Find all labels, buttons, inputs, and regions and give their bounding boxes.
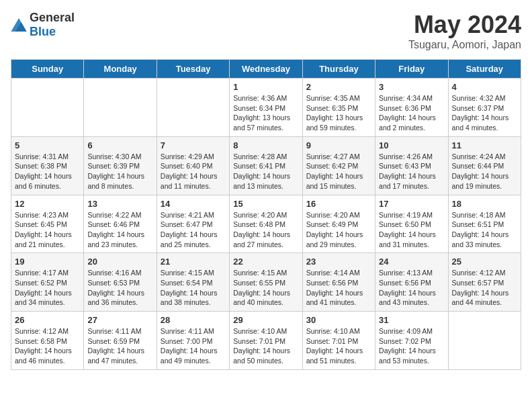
main-title: May 2024 [408, 11, 521, 39]
day-number: 25 [452, 257, 517, 267]
calendar-cell: 25Sunrise: 4:12 AMSunset: 6:57 PMDayligh… [448, 253, 521, 312]
day-number: 1 [233, 82, 298, 92]
calendar-cell [11, 79, 84, 137]
weekday-header-wednesday: Wednesday [230, 60, 302, 79]
day-info: Sunrise: 4:15 AMSunset: 6:55 PMDaylight:… [233, 268, 298, 308]
logo-wordmark: General Blue [30, 11, 75, 39]
calendar-cell: 4Sunrise: 4:32 AMSunset: 6:37 PMDaylight… [448, 79, 521, 137]
subtitle: Tsugaru, Aomori, Japan [408, 39, 521, 51]
calendar-cell: 30Sunrise: 4:10 AMSunset: 7:01 PMDayligh… [302, 312, 375, 370]
calendar-cell: 14Sunrise: 4:21 AMSunset: 6:47 PMDayligh… [157, 195, 229, 253]
day-info: Sunrise: 4:18 AMSunset: 6:51 PMDaylight:… [452, 210, 517, 250]
calendar-cell: 3Sunrise: 4:34 AMSunset: 6:36 PMDaylight… [375, 79, 448, 137]
weekday-header-monday: Monday [84, 60, 157, 79]
day-number: 15 [233, 199, 298, 209]
calendar-cell: 12Sunrise: 4:23 AMSunset: 6:45 PMDayligh… [11, 195, 84, 253]
calendar-week-row: 5Sunrise: 4:31 AMSunset: 6:38 PMDaylight… [11, 136, 521, 195]
calendar-cell: 24Sunrise: 4:13 AMSunset: 6:56 PMDayligh… [375, 253, 448, 312]
calendar-cell: 29Sunrise: 4:10 AMSunset: 7:01 PMDayligh… [230, 312, 302, 370]
day-number: 20 [87, 257, 152, 267]
day-number: 4 [452, 82, 517, 92]
day-number: 27 [87, 315, 152, 325]
header: General Blue May 2024 Tsugaru, Aomori, J… [11, 11, 521, 51]
day-number: 24 [379, 257, 444, 267]
calendar-cell [84, 79, 157, 137]
calendar-week-row: 26Sunrise: 4:12 AMSunset: 6:58 PMDayligh… [11, 312, 521, 370]
day-info: Sunrise: 4:14 AMSunset: 6:56 PMDaylight:… [306, 268, 371, 308]
day-info: Sunrise: 4:27 AMSunset: 6:42 PMDaylight:… [306, 152, 371, 191]
day-info: Sunrise: 4:09 AMSunset: 7:02 PMDaylight:… [379, 326, 444, 366]
calendar-week-row: 1Sunrise: 4:36 AMSunset: 6:34 PMDaylight… [11, 79, 521, 137]
weekday-header-saturday: Saturday [448, 60, 521, 79]
day-number: 22 [233, 257, 298, 267]
calendar-header: SundayMondayTuesdayWednesdayThursdayFrid… [11, 60, 521, 79]
day-number: 26 [15, 315, 80, 325]
calendar-cell: 26Sunrise: 4:12 AMSunset: 6:58 PMDayligh… [11, 312, 84, 370]
calendar-cell: 7Sunrise: 4:29 AMSunset: 6:40 PMDaylight… [157, 136, 229, 195]
day-number: 18 [452, 199, 517, 209]
calendar-cell: 2Sunrise: 4:35 AMSunset: 6:35 PMDaylight… [302, 79, 375, 137]
day-number: 13 [87, 199, 152, 209]
logo-blue: Blue [30, 25, 56, 38]
calendar-cell [448, 312, 521, 370]
day-info: Sunrise: 4:19 AMSunset: 6:50 PMDaylight:… [379, 210, 444, 250]
day-info: Sunrise: 4:20 AMSunset: 6:48 PMDaylight:… [233, 210, 298, 250]
day-info: Sunrise: 4:35 AMSunset: 6:35 PMDaylight:… [306, 93, 371, 133]
day-number: 19 [15, 257, 80, 267]
day-info: Sunrise: 4:22 AMSunset: 6:46 PMDaylight:… [87, 210, 152, 250]
day-number: 14 [161, 199, 226, 209]
day-info: Sunrise: 4:15 AMSunset: 6:54 PMDaylight:… [161, 268, 226, 308]
day-number: 9 [306, 140, 371, 150]
day-info: Sunrise: 4:31 AMSunset: 6:38 PMDaylight:… [15, 152, 80, 191]
weekday-header-row: SundayMondayTuesdayWednesdayThursdayFrid… [11, 60, 521, 79]
day-number: 3 [379, 82, 444, 92]
calendar-cell: 11Sunrise: 4:24 AMSunset: 6:44 PMDayligh… [448, 136, 521, 195]
day-info: Sunrise: 4:11 AMSunset: 7:00 PMDaylight:… [161, 326, 226, 366]
day-info: Sunrise: 4:20 AMSunset: 6:49 PMDaylight:… [306, 210, 371, 250]
day-number: 21 [161, 257, 226, 267]
calendar-cell: 9Sunrise: 4:27 AMSunset: 6:42 PMDaylight… [302, 136, 375, 195]
day-info: Sunrise: 4:23 AMSunset: 6:45 PMDaylight:… [15, 210, 80, 250]
logo-icon [11, 18, 27, 32]
day-number: 28 [161, 315, 226, 325]
calendar-cell: 23Sunrise: 4:14 AMSunset: 6:56 PMDayligh… [302, 253, 375, 312]
calendar-cell: 15Sunrise: 4:20 AMSunset: 6:48 PMDayligh… [230, 195, 302, 253]
calendar-week-row: 19Sunrise: 4:17 AMSunset: 6:52 PMDayligh… [11, 253, 521, 312]
day-info: Sunrise: 4:12 AMSunset: 6:57 PMDaylight:… [452, 268, 517, 308]
day-info: Sunrise: 4:26 AMSunset: 6:43 PMDaylight:… [379, 152, 444, 191]
logo-general: General [30, 11, 75, 24]
day-info: Sunrise: 4:21 AMSunset: 6:47 PMDaylight:… [161, 210, 226, 250]
day-info: Sunrise: 4:29 AMSunset: 6:40 PMDaylight:… [161, 152, 226, 191]
day-number: 6 [87, 140, 152, 150]
day-number: 2 [306, 82, 371, 92]
day-info: Sunrise: 4:16 AMSunset: 6:53 PMDaylight:… [87, 268, 152, 308]
calendar-cell: 28Sunrise: 4:11 AMSunset: 7:00 PMDayligh… [157, 312, 229, 370]
calendar-body: 1Sunrise: 4:36 AMSunset: 6:34 PMDaylight… [11, 79, 521, 370]
logo: General Blue [11, 11, 75, 39]
day-number: 12 [15, 199, 80, 209]
day-number: 29 [233, 315, 298, 325]
day-number: 30 [306, 315, 371, 325]
day-number: 10 [379, 140, 444, 150]
day-info: Sunrise: 4:10 AMSunset: 7:01 PMDaylight:… [306, 326, 371, 366]
calendar-cell: 31Sunrise: 4:09 AMSunset: 7:02 PMDayligh… [375, 312, 448, 370]
calendar-table: SundayMondayTuesdayWednesdayThursdayFrid… [11, 59, 521, 370]
calendar-cell: 27Sunrise: 4:11 AMSunset: 6:59 PMDayligh… [84, 312, 157, 370]
day-number: 11 [452, 140, 517, 150]
calendar-cell: 19Sunrise: 4:17 AMSunset: 6:52 PMDayligh… [11, 253, 84, 312]
day-info: Sunrise: 4:36 AMSunset: 6:34 PMDaylight:… [233, 93, 298, 133]
day-info: Sunrise: 4:10 AMSunset: 7:01 PMDaylight:… [233, 326, 298, 366]
day-info: Sunrise: 4:34 AMSunset: 6:36 PMDaylight:… [379, 93, 444, 133]
day-number: 7 [161, 140, 226, 150]
weekday-header-tuesday: Tuesday [157, 60, 229, 79]
calendar-week-row: 12Sunrise: 4:23 AMSunset: 6:45 PMDayligh… [11, 195, 521, 253]
calendar-cell: 20Sunrise: 4:16 AMSunset: 6:53 PMDayligh… [84, 253, 157, 312]
calendar-cell: 18Sunrise: 4:18 AMSunset: 6:51 PMDayligh… [448, 195, 521, 253]
day-number: 23 [306, 257, 371, 267]
calendar-cell: 5Sunrise: 4:31 AMSunset: 6:38 PMDaylight… [11, 136, 84, 195]
day-info: Sunrise: 4:24 AMSunset: 6:44 PMDaylight:… [452, 152, 517, 191]
title-area: May 2024 Tsugaru, Aomori, Japan [408, 11, 521, 51]
calendar-cell: 22Sunrise: 4:15 AMSunset: 6:55 PMDayligh… [230, 253, 302, 312]
calendar-cell: 13Sunrise: 4:22 AMSunset: 6:46 PMDayligh… [84, 195, 157, 253]
calendar-cell [157, 79, 229, 137]
